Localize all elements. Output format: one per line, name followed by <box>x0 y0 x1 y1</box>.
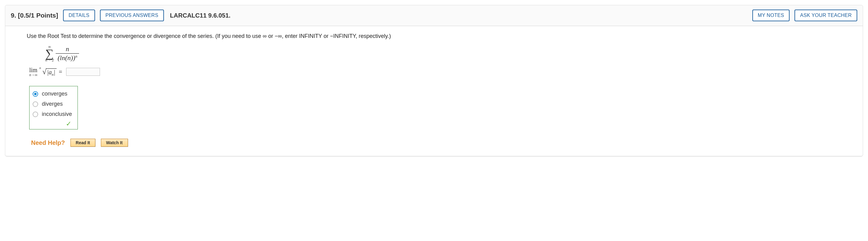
checkmark-icon: ✓ <box>66 120 71 128</box>
ask-teacher-button[interactable]: ASK YOUR TEACHER <box>795 9 857 21</box>
radio-diverges[interactable] <box>33 101 38 107</box>
choice-label: converges <box>42 90 67 97</box>
read-it-button[interactable]: Read It <box>70 139 95 147</box>
question-body: Use the Root Test to determine the conve… <box>5 26 863 156</box>
limit-symbol: lim n→∞ <box>29 67 37 77</box>
question-header: 9. [0.5/1 Points] DETAILS PREVIOUS ANSWE… <box>5 5 863 26</box>
fraction-numerator: n <box>64 45 71 53</box>
question-number-points: 9. [0.5/1 Points] <box>11 12 58 19</box>
limit-answer-input[interactable] <box>66 68 100 76</box>
choice-inconclusive[interactable]: inconclusive <box>33 109 72 119</box>
question-card: 9. [0.5/1 Points] DETAILS PREVIOUS ANSWE… <box>5 5 863 157</box>
source-label: LARCALC11 9.6.051. <box>170 12 231 19</box>
choice-label: diverges <box>42 101 63 107</box>
choice-label: inconclusive <box>42 111 72 117</box>
my-notes-button[interactable]: MY NOTES <box>752 9 790 21</box>
choice-diverges[interactable]: diverges <box>33 99 72 109</box>
need-help-row: Need Help? Read It Watch It <box>31 139 841 147</box>
radio-converges[interactable] <box>33 91 38 97</box>
details-button[interactable]: DETAILS <box>63 9 95 21</box>
nth-root: n √|an| <box>39 68 57 76</box>
radio-inconclusive[interactable] <box>33 112 38 117</box>
fraction-denominator: (ln(n))n <box>56 53 79 62</box>
radicand: |an| <box>46 69 57 76</box>
limit-expression: lim n→∞ n √|an| = <box>29 67 841 77</box>
sigma-lower-bound: n = 2 <box>45 58 54 62</box>
sigma-symbol: ∞ ∑ n = 2 <box>45 45 54 62</box>
convergence-choices: converges diverges inconclusive ✓ <box>29 86 78 129</box>
need-help-label: Need Help? <box>31 139 65 146</box>
question-prompt: Use the Root Test to determine the conve… <box>27 33 841 39</box>
series-expression: ∞ ∑ n = 2 n (ln(n))n <box>45 45 841 62</box>
watch-it-button[interactable]: Watch It <box>101 139 128 147</box>
choice-converges[interactable]: converges <box>33 89 72 99</box>
equals-sign: = <box>58 69 63 76</box>
series-fraction: n (ln(n))n <box>56 45 79 62</box>
previous-answers-button[interactable]: PREVIOUS ANSWERS <box>100 9 164 21</box>
